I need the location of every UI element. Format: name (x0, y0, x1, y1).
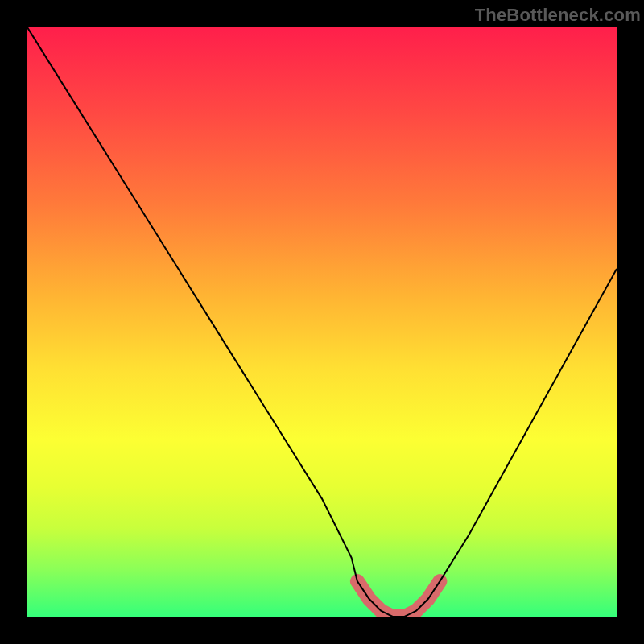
curve-svg (27, 27, 617, 617)
plot-area (27, 27, 617, 617)
chart-frame: TheBottleneck.com (0, 0, 644, 644)
bottleneck-curve-line (27, 27, 617, 617)
watermark-label: TheBottleneck.com (475, 5, 641, 26)
